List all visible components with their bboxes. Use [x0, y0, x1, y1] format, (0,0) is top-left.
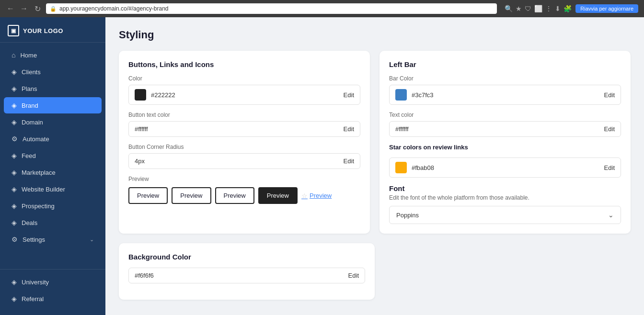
sidebar-item-university[interactable]: ◈ University: [4, 274, 102, 290]
prospecting-icon: ◈: [12, 202, 17, 210]
corner-radius-value: 4px: [135, 158, 339, 165]
sidebar-item-prospecting[interactable]: ◈ Prospecting: [4, 198, 102, 214]
star-color-edit-button[interactable]: Edit: [604, 164, 615, 171]
star-color-value: #fbab08: [412, 164, 599, 171]
corner-radius-field-row: 4px Edit: [128, 153, 360, 169]
color-swatch: [135, 89, 146, 101]
sidebar-item-deals[interactable]: ◈ Deals: [4, 214, 102, 231]
corner-radius-label: Button Corner Radius: [128, 144, 360, 150]
browser-chrome: ← → ↻ 🔒 app.youragencydomain.co/#/agency…: [0, 0, 644, 17]
bar-color-edit-button[interactable]: Edit: [604, 91, 615, 99]
settings-icon: ⚙: [12, 236, 18, 243]
brand-icon: ◈: [12, 101, 17, 109]
logo-box: ▣: [8, 25, 19, 36]
address-bar[interactable]: 🔒 app.youragencydomain.co/#/agency-brand: [46, 3, 497, 14]
tab-icon[interactable]: ⬜: [534, 5, 542, 12]
star-color-title: Star colors on review links: [389, 144, 621, 151]
home-icon: ⌂: [12, 51, 15, 59]
star-color-field-row: #fbab08 Edit: [389, 158, 621, 178]
app-container: ▣ YOUR LOGO ⌂ Home ◈ Clients ◈ Plans ◈ B…: [0, 17, 644, 315]
background-color-value: #f6f6f6: [135, 272, 344, 279]
website-builder-icon: ◈: [12, 185, 17, 193]
page-title: Styling: [119, 29, 631, 41]
menu-icon[interactable]: ⋮: [545, 5, 552, 12]
url-text: app.youragencydomain.co/#/agency-brand: [59, 5, 168, 12]
font-title: Font: [389, 184, 621, 192]
sidebar-item-settings[interactable]: ⚙ Settings ⌄: [4, 231, 102, 248]
settings-arrow-icon: ⌄: [90, 236, 94, 243]
clients-icon: ◈: [12, 68, 17, 76]
preview-button-4[interactable]: Preview: [258, 187, 298, 204]
sidebar-item-brand[interactable]: ◈ Brand: [4, 97, 102, 113]
color-edit-button[interactable]: Edit: [344, 91, 354, 99]
sidebar-nav: ⌂ Home ◈ Clients ◈ Plans ◈ Brand ◈ Domai…: [0, 46, 105, 265]
star-icon: ☆: [301, 192, 308, 200]
sidebar-footer: ◈ University ◈ Referral: [0, 269, 105, 307]
font-dropdown[interactable]: Poppins ⌄: [389, 206, 621, 224]
main-content: Styling Buttons, Links and Icons Color #…: [105, 17, 644, 315]
sidebar-item-clients[interactable]: ◈ Clients: [4, 64, 102, 80]
download-icon[interactable]: ⬇: [555, 5, 561, 12]
buttons-links-icons-title: Buttons, Links and Icons: [128, 60, 360, 68]
color-field-row: #222222 Edit: [128, 85, 360, 105]
chevron-down-icon: ⌄: [608, 211, 614, 219]
deals-icon: ◈: [12, 219, 17, 226]
sidebar-item-feed[interactable]: ◈ Feed: [4, 147, 102, 164]
feed-icon: ◈: [12, 152, 17, 159]
sidebar-item-marketplace[interactable]: ◈ Marketplace: [4, 164, 102, 180]
sidebar-item-plans[interactable]: ◈ Plans: [4, 80, 102, 97]
reload-button[interactable]: ↻: [33, 4, 42, 13]
preview-link-label: Preview: [310, 192, 332, 199]
background-color-title: Background Color: [128, 253, 365, 261]
text-color-field-row: #ffffff Edit: [389, 121, 621, 137]
sidebar: ▣ YOUR LOGO ⌂ Home ◈ Clients ◈ Plans ◈ B…: [0, 17, 105, 315]
preview-label: Preview: [128, 176, 360, 182]
star-bookmark-icon[interactable]: ★: [516, 5, 522, 12]
lock-icon: 🔒: [50, 6, 57, 12]
sidebar-item-referral[interactable]: ◈ Referral: [4, 291, 102, 307]
font-selected: Poppins: [396, 212, 419, 219]
sidebar-item-domain[interactable]: ◈ Domain: [4, 114, 102, 130]
color-label: Color: [128, 75, 360, 82]
logo-text: YOUR LOGO: [23, 27, 63, 34]
referral-icon: ◈: [12, 295, 17, 303]
bar-color-value: #3c7fc3: [412, 91, 599, 99]
background-color-edit-button[interactable]: Edit: [348, 272, 359, 279]
button-text-color-edit-button[interactable]: Edit: [344, 125, 354, 133]
preview-link[interactable]: ☆ Preview: [301, 192, 332, 200]
automate-icon: ⚙: [12, 135, 18, 143]
search-icon[interactable]: 🔍: [505, 5, 513, 12]
preview-button-3[interactable]: Preview: [215, 187, 254, 204]
university-icon: ◈: [12, 278, 17, 286]
corner-radius-edit-button[interactable]: Edit: [344, 158, 354, 165]
text-color-value: #ffffff: [395, 125, 599, 133]
cards-row: Buttons, Links and Icons Color #222222 E…: [119, 51, 631, 234]
button-text-color-field-row: #ffffff Edit: [128, 121, 360, 137]
bar-color-field-row: #3c7fc3 Edit: [389, 85, 621, 105]
preview-button-1[interactable]: Preview: [128, 187, 168, 204]
forward-button[interactable]: →: [19, 4, 29, 13]
shield-icon[interactable]: 🛡: [525, 5, 531, 12]
extension-icon[interactable]: 🧩: [564, 5, 572, 12]
sidebar-logo: ▣ YOUR LOGO: [0, 17, 105, 43]
preview-buttons: Preview Preview Preview Preview ☆ Previe…: [128, 187, 360, 204]
color-value: #222222: [151, 91, 339, 99]
bar-color-label: Bar Color: [389, 75, 621, 82]
bar-color-swatch: [395, 89, 407, 101]
sidebar-item-automate[interactable]: ⚙ Automate: [4, 131, 102, 147]
left-bar-card: Left Bar Bar Color #3c7fc3 Edit Text col…: [380, 51, 631, 234]
background-color-field-row: #f6f6f6 Edit: [128, 268, 365, 283]
domain-icon: ◈: [12, 118, 17, 126]
button-text-color-value: #ffffff: [135, 125, 339, 133]
buttons-links-icons-card: Buttons, Links and Icons Color #222222 E…: [119, 51, 370, 234]
button-text-color-label: Button text color: [128, 112, 360, 118]
update-button[interactable]: Riavvia per aggiornare: [575, 4, 638, 13]
back-button[interactable]: ←: [6, 4, 15, 13]
text-color-edit-button[interactable]: Edit: [604, 125, 615, 133]
sidebar-item-website-builder[interactable]: ◈ Website Builder: [4, 181, 102, 197]
background-color-card: Background Color #f6f6f6 Edit: [119, 243, 375, 300]
text-color-label: Text color: [389, 112, 621, 118]
font-subtitle: Edit the font of the whole platform from…: [389, 194, 621, 201]
preview-button-2[interactable]: Preview: [172, 187, 211, 204]
sidebar-item-home[interactable]: ⌂ Home: [4, 47, 102, 63]
